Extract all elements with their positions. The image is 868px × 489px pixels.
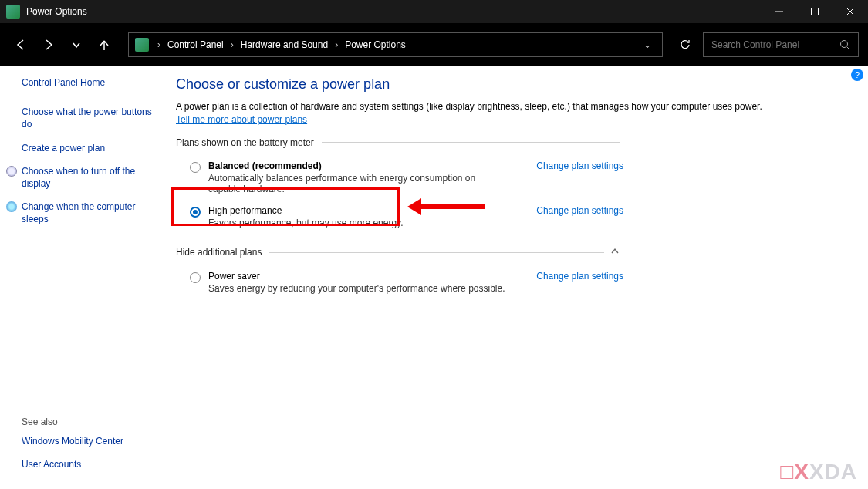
page-description: A power plan is a collection of hardware… (176, 100, 762, 126)
learn-more-link[interactable]: Tell me more about power plans (176, 114, 307, 125)
breadcrumb-item[interactable]: Hardware and Sound (238, 39, 331, 50)
maximize-button[interactable] (797, 0, 833, 23)
up-button[interactable] (93, 33, 116, 56)
svg-point-4 (841, 40, 848, 47)
recent-dropdown[interactable] (65, 33, 88, 56)
plan-name[interactable]: Power saver (208, 271, 505, 282)
radio-high-performance[interactable] (190, 207, 201, 218)
close-button[interactable] (833, 0, 868, 23)
toolbar: › Control Panel › Hardware and Sound › P… (0, 23, 868, 66)
minimize-button[interactable] (762, 0, 797, 23)
sidebar-link[interactable]: Change when the computer sleeps (22, 201, 159, 225)
section-header-shown: Plans shown on the battery meter (176, 137, 620, 148)
plan-desc: Saves energy by reducing your computer's… (208, 283, 505, 294)
search-input[interactable] (711, 39, 839, 50)
see-also-link[interactable]: User Accounts (22, 458, 123, 470)
see-also: See also Windows Mobility Center User Ac… (22, 416, 123, 481)
section-header-hide[interactable]: Hide additional plans (176, 247, 620, 258)
plan-balanced: Balanced (recommended) Automatically bal… (176, 156, 623, 201)
change-plan-link[interactable]: Change plan settings (536, 205, 623, 216)
chevron-right-icon: › (333, 39, 340, 50)
display-icon (6, 166, 17, 177)
main-panel: Choose or customize a power plan A power… (168, 66, 868, 489)
window-title: Power Options (26, 6, 762, 17)
sidebar-link[interactable]: Create a power plan (22, 142, 159, 154)
plan-high-performance: High performance Favors performance, but… (176, 201, 623, 234)
see-also-heading: See also (22, 416, 123, 427)
search-box[interactable] (703, 32, 859, 57)
see-also-link[interactable]: Windows Mobility Center (22, 435, 123, 447)
change-plan-link[interactable]: Change plan settings (536, 160, 623, 171)
forward-button[interactable] (37, 33, 60, 56)
watermark: □XXDAXDA (780, 460, 857, 484)
chevron-down-icon[interactable]: ⌄ (639, 39, 656, 50)
chevron-right-icon: › (155, 39, 163, 50)
refresh-button[interactable] (672, 32, 698, 57)
svg-line-5 (847, 46, 850, 49)
plan-name[interactable]: High performance (208, 205, 505, 216)
app-icon (6, 5, 20, 19)
radio-balanced[interactable] (190, 162, 201, 173)
radio-power-saver[interactable] (190, 272, 201, 283)
plan-power-saver: Power saver Saves energy by reducing you… (176, 266, 623, 300)
title-bar: Power Options (0, 0, 868, 23)
path-icon (135, 38, 149, 52)
sidebar-link[interactable]: Choose when to turn off the display (22, 165, 159, 190)
plan-desc: Automatically balances performance with … (208, 173, 505, 194)
back-button[interactable] (9, 33, 32, 56)
breadcrumb-item[interactable]: Power Options (342, 39, 409, 50)
sidebar-link[interactable]: Choose what the power buttons do (22, 106, 159, 130)
search-icon (839, 39, 850, 50)
change-plan-link[interactable]: Change plan settings (536, 271, 623, 282)
page-title: Choose or customize a power plan (176, 76, 845, 93)
control-panel-home-link[interactable]: Control Panel Home (22, 76, 159, 89)
svg-rect-1 (812, 8, 819, 15)
chevron-right-icon: › (228, 39, 236, 50)
sleep-icon (6, 201, 17, 212)
sidebar: Control Panel Home Choose what the power… (0, 66, 168, 489)
breadcrumb-item[interactable]: Control Panel (164, 39, 227, 50)
chevron-up-icon (610, 247, 620, 258)
plan-desc: Favors performance, but may use more ene… (208, 218, 505, 228)
plan-name[interactable]: Balanced (recommended) (208, 160, 505, 171)
address-bar[interactable]: › Control Panel › Hardware and Sound › P… (128, 32, 663, 57)
